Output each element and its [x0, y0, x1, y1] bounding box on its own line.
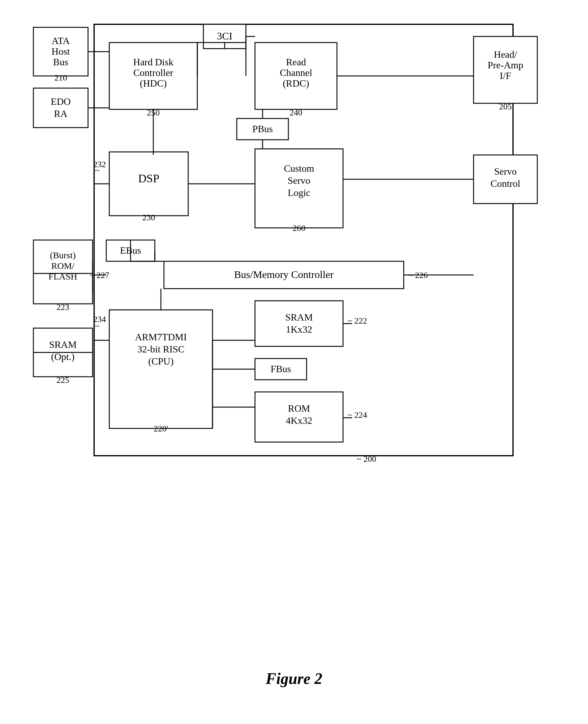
rom-4kx32-label2: 4Kx32 — [286, 415, 312, 426]
edo-ra-box — [34, 88, 88, 127]
sram-1kx32-label: SRAM — [285, 312, 313, 323]
burst-rom-flash-label3: FLASH — [48, 271, 77, 281]
head-preamp-label3: I/F — [500, 70, 511, 81]
tilde-232: ~ — [95, 166, 99, 175]
servo-control-label2: Control — [490, 178, 520, 189]
head-preamp-ref: 205 — [499, 102, 512, 111]
dsp-label: DSP — [138, 172, 160, 185]
sram-opt-ref: 225 — [57, 375, 69, 385]
fbus-label: FBus — [271, 363, 291, 374]
burst-rom-flash-label: (Burst) — [50, 250, 76, 260]
burst-rom-flash-label2: ROM/ — [51, 261, 75, 271]
tilde-234: ~ — [95, 321, 99, 330]
edo-ra-label2: RA — [54, 108, 67, 119]
custom-servo-label2: Servo — [288, 175, 311, 186]
arm7tdmi-box — [109, 310, 212, 428]
head-preamp-label2: Pre-Amp — [487, 60, 523, 71]
ata-host-bus-label2: Host — [51, 46, 70, 57]
dsp-ref: 230 — [142, 213, 155, 222]
arm7tdmi-label2: 32-bit RISC — [137, 344, 185, 355]
rom-4kx32-label: ROM — [288, 403, 310, 414]
hdc-label2: Controller — [133, 67, 173, 78]
servo-control-label: Servo — [494, 166, 517, 177]
custom-servo-ref: 260 — [293, 223, 306, 233]
arm7tdmi-label3: (CPU) — [148, 356, 174, 367]
figure-caption-text: Figure 2 — [266, 670, 322, 687]
system-ref-200: ~ 200 — [357, 454, 376, 464]
sram-1kx32-label2: 1Kx32 — [286, 324, 312, 335]
rdc-ref: 240 — [290, 108, 302, 117]
bus-mem-ctrl-label: Bus/Memory Controller — [234, 269, 334, 280]
hdc-label: Hard Disk — [133, 57, 173, 67]
custom-servo-label: Custom — [284, 163, 314, 174]
rdc-label: Read — [286, 57, 306, 67]
rdc-label3: (RDC) — [282, 78, 309, 89]
ata-host-bus-label3: Bus — [53, 57, 68, 67]
three-ci-label: 3CI — [217, 31, 233, 42]
sram-opt-label: SRAM — [49, 339, 77, 350]
arm7tdmi-ref: 220' — [153, 424, 168, 433]
custom-servo-label3: Logic — [288, 187, 311, 198]
diagram-area: ATA Host Bus 210 EDO RA 3CI Hard Disk Co… — [24, 18, 555, 498]
diagram-svg: ATA Host Bus 210 EDO RA 3CI Hard Disk Co… — [24, 18, 555, 498]
head-preamp-label: Head/ — [494, 49, 517, 60]
page: ATA Host Bus 210 EDO RA 3CI Hard Disk Co… — [0, 0, 588, 724]
burst-rom-flash-ref: 223 — [57, 302, 69, 312]
pbus-label: PBus — [252, 123, 273, 134]
figure-caption: Figure 2 — [266, 670, 322, 687]
ata-host-bus-ref: 210 — [54, 73, 67, 82]
ata-host-bus-label: ATA — [51, 35, 70, 46]
arm7tdmi-label: ARM7TDMI — [135, 331, 187, 342]
hdc-label3: (HDC) — [140, 78, 167, 89]
rdc-label2: Channel — [280, 67, 312, 78]
edo-ra-label: EDO — [51, 96, 71, 107]
sram-1kx32-box — [255, 301, 343, 346]
